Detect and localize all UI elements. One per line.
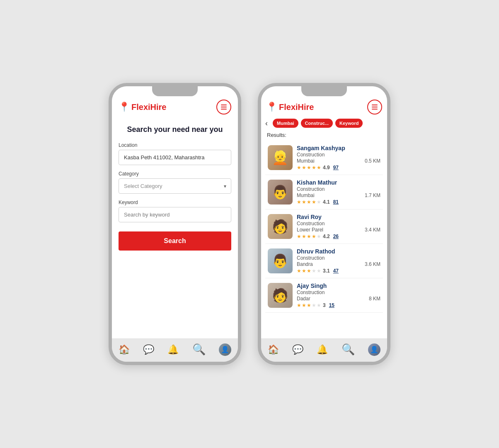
chat-icon-nav2[interactable]: 💬 xyxy=(292,344,303,355)
chip-keyword[interactable]: Keyword xyxy=(335,119,363,128)
stars-3: ★ ★ ★ ★ ★ xyxy=(297,268,321,274)
review-count-0[interactable]: 97 xyxy=(333,165,339,170)
avatar-2: 🧑 xyxy=(268,214,293,239)
home-icon-nav2[interactable]: 🏠 xyxy=(268,344,279,355)
logo-text-1: FlexiHire xyxy=(131,102,166,112)
result-distance-0: 0.5 KM xyxy=(365,158,380,164)
phone-2: 📍 FlexiHire ‹ Mumbai Construc... Keyword… xyxy=(258,83,390,365)
rating-num-4: 3 xyxy=(323,302,326,308)
logo-text-2: FlexiHire xyxy=(279,102,314,112)
review-count-2[interactable]: 26 xyxy=(333,234,339,239)
profile-avatar-nav2[interactable]: 👤 xyxy=(368,343,380,356)
result-card-1[interactable]: 👨 Kishan Mathur Construction Mumbai 1.7 … xyxy=(265,175,383,209)
result-location-row-4: Dadar 8 KM xyxy=(297,296,380,302)
search-button[interactable]: Search xyxy=(119,231,231,251)
result-name-3: Dhruv Rathod xyxy=(297,248,380,255)
rating-num-1: 4.1 xyxy=(323,199,330,205)
rating-row-1: ★ ★ ★ ★ ★ 4.1 81 xyxy=(297,199,380,205)
review-count-3[interactable]: 47 xyxy=(333,268,339,274)
home-icon-nav1[interactable]: 🏠 xyxy=(119,344,130,355)
result-card-2[interactable]: 🧑 Ravi Roy Construction Lower Parel 3.4 … xyxy=(265,209,383,244)
review-count-1[interactable]: 81 xyxy=(333,199,339,205)
bell-icon-nav1[interactable]: 🔔 xyxy=(167,344,179,355)
logo-pin-icon-2: 📍 xyxy=(266,102,277,112)
page-title: Search your need near you xyxy=(119,125,231,134)
result-location-0: Mumbai xyxy=(297,158,315,164)
chip-category[interactable]: Construc... xyxy=(301,119,333,128)
result-location-4: Dadar xyxy=(297,296,310,302)
result-location-1: Mumbai xyxy=(297,192,315,198)
keyword-label: Keyword xyxy=(119,200,231,205)
chip-mumbai[interactable]: Mumbai xyxy=(273,119,298,128)
search-icon-nav2[interactable]: 🔍 xyxy=(342,343,355,356)
result-location-row-0: Mumbai 0.5 KM xyxy=(297,158,380,164)
category-select-wrapper: Select Category ▾ xyxy=(119,178,231,194)
avatar-0: 👱 xyxy=(268,145,293,170)
hamburger-icon-1 xyxy=(221,105,227,110)
bottom-nav-2: 🏠 💬 🔔 🔍 👤 xyxy=(261,338,387,362)
rating-num-3: 3.1 xyxy=(323,268,330,274)
logo-pin-icon: 📍 xyxy=(119,102,130,112)
back-button[interactable]: ‹ xyxy=(265,119,268,128)
results-label: Results: xyxy=(261,130,387,141)
category-select[interactable]: Select Category xyxy=(119,178,231,194)
rating-row-2: ★ ★ ★ ★ ★ 4.2 26 xyxy=(297,234,380,239)
location-group: Location xyxy=(119,142,231,165)
results-list: 👱 Sangam Kashyap Construction Mumbai 0.5… xyxy=(261,141,387,338)
rating-row-3: ★ ★ ★ ★ ★ 3.1 47 xyxy=(297,268,380,274)
rating-num-2: 4.2 xyxy=(323,234,330,239)
avatar-1: 👨 xyxy=(268,180,293,205)
keyword-group: Keyword xyxy=(119,200,231,222)
rating-num-0: 4.9 xyxy=(323,165,330,170)
screen-2: 📍 FlexiHire ‹ Mumbai Construc... Keyword… xyxy=(261,86,387,362)
result-info-4: Ajay Singh Construction Dadar 8 KM ★ ★ ★… xyxy=(297,282,380,308)
rating-row-4: ★ ★ ★ ★ ★ 3 15 xyxy=(297,302,380,308)
logo-2: 📍 FlexiHire xyxy=(266,102,314,112)
result-location-row-1: Mumbai 1.7 KM xyxy=(297,192,380,198)
bell-icon-nav2[interactable]: 🔔 xyxy=(317,344,328,355)
menu-button-2[interactable] xyxy=(367,100,382,114)
screen-1: 📍 FlexiHire Search your need near you Lo… xyxy=(112,86,238,362)
category-group: Category Select Category ▾ xyxy=(119,171,231,194)
hamburger-icon-2 xyxy=(372,105,378,110)
search-form: Search your need near you Location Categ… xyxy=(112,119,238,338)
result-category-3: Construction xyxy=(297,255,380,261)
result-distance-1: 1.7 KM xyxy=(365,192,380,198)
result-category-2: Construction xyxy=(297,221,380,226)
filter-chips: Mumbai Construc... Keyword xyxy=(273,119,383,128)
app-header-1: 📍 FlexiHire xyxy=(112,86,238,119)
menu-button-1[interactable] xyxy=(216,100,231,114)
stars-0: ★ ★ ★ ★ ★ xyxy=(297,165,321,170)
result-name-1: Kishan Mathur xyxy=(297,179,380,186)
profile-avatar-nav1[interactable]: 👤 xyxy=(219,343,231,356)
chat-icon-nav1[interactable]: 💬 xyxy=(143,344,154,355)
result-distance-2: 3.4 KM xyxy=(365,227,380,233)
category-label: Category xyxy=(119,171,231,177)
keyword-input[interactable] xyxy=(119,207,231,222)
result-location-2: Lower Parel xyxy=(297,227,323,233)
result-category-0: Construction xyxy=(297,152,380,158)
result-card-4[interactable]: 🧑 Ajay Singh Construction Dadar 8 KM ★ ★… xyxy=(265,278,383,313)
result-card-3[interactable]: 👨 Dhruv Rathod Construction Bandra 3.6 K… xyxy=(265,244,383,278)
result-info-1: Kishan Mathur Construction Mumbai 1.7 KM… xyxy=(297,179,380,205)
result-name-4: Ajay Singh xyxy=(297,282,380,289)
result-info-0: Sangam Kashyap Construction Mumbai 0.5 K… xyxy=(297,145,380,170)
result-info-3: Dhruv Rathod Construction Bandra 3.6 KM … xyxy=(297,248,380,274)
result-name-2: Ravi Roy xyxy=(297,214,380,220)
avatar-4: 🧑 xyxy=(268,283,293,308)
filter-row: ‹ Mumbai Construc... Keyword xyxy=(261,118,387,130)
stars-2: ★ ★ ★ ★ ★ xyxy=(297,234,321,239)
result-location-3: Bandra xyxy=(297,261,313,267)
app-header-2: 📍 FlexiHire xyxy=(261,86,387,118)
phone-1: 📍 FlexiHire Search your need near you Lo… xyxy=(109,83,241,365)
bottom-nav-1: 🏠 💬 🔔 🔍 👤 xyxy=(112,338,238,362)
avatar-3: 👨 xyxy=(268,248,293,273)
stars-1: ★ ★ ★ ★ ★ xyxy=(297,199,321,205)
review-count-4[interactable]: 15 xyxy=(329,302,334,308)
search-icon-nav1[interactable]: 🔍 xyxy=(192,343,206,356)
result-name-0: Sangam Kashyap xyxy=(297,145,380,151)
result-card-0[interactable]: 👱 Sangam Kashyap Construction Mumbai 0.5… xyxy=(265,141,383,175)
result-category-4: Construction xyxy=(297,290,380,295)
result-distance-4: 8 KM xyxy=(369,296,380,302)
location-input[interactable] xyxy=(119,150,231,165)
